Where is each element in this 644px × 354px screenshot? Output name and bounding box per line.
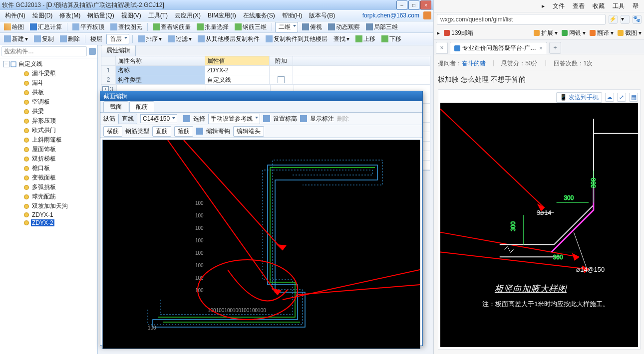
collapse-icon[interactable]: − [3,61,9,67]
menu-modify[interactable]: 修改(M) [56,11,83,20]
bt-shot[interactable]: 截图 ▾ [618,29,642,37]
tb-delete[interactable]: 删除 [58,34,82,44]
flash-icon[interactable]: ⚡ [609,15,618,24]
menu-online[interactable]: 在线服务(S) [240,11,278,20]
bt-ext[interactable]: 扩展 ▾ [534,29,558,37]
tree-item[interactable]: 欧式拱门 [0,126,97,135]
component-tree[interactable]: − 自定义线 漏斗梁壁漏斗拱板空调板拱梁异形压顶欧式拱门上斜雨篷板屋面饰板双折梯… [0,58,97,354]
tb-up[interactable]: 上移 [353,34,377,44]
section-canvas[interactable]: 100100 100100 100100 100100 100100100100… [102,140,420,349]
tree-item[interactable]: 上斜雨篷板 [0,135,97,145]
tb-copyfrom[interactable]: 从其他楼层复制构件 [196,34,262,44]
menu-rebar[interactable]: 钢筋量(Q) [84,11,117,20]
tb-viewrebar[interactable]: 查看钢筋量 [151,22,193,32]
tree-item[interactable]: 异形压顶 [0,116,97,126]
search-icon[interactable] [89,48,96,55]
tree-item[interactable]: 檐口板 [0,164,97,173]
rebar-value-input[interactable]: C14@150 [140,114,177,123]
tb-filter[interactable]: 过滤▾ [166,34,194,44]
tab-close-icon[interactable]: × [539,45,543,52]
menu-draw[interactable]: 绘图(D) [29,11,56,20]
minimize-button[interactable]: – [396,0,407,9]
view-mode-dropdown[interactable]: 二维 [275,22,298,32]
grid-row[interactable]: 2构件类型自定义线 [101,75,430,85]
bm-tool[interactable]: 工具 [610,1,628,11]
tab-rebar[interactable]: 配筋 [129,101,154,112]
bt-trans[interactable]: 翻译 ▾ [590,29,614,37]
asker-link[interactable]: 奋斗的猪 [462,60,486,67]
tb-draw[interactable]: 绘图 [2,22,26,32]
maximize-button[interactable]: □ [408,0,419,9]
hoop-button[interactable]: 箍筋 [174,126,193,137]
bt-bank[interactable]: 网银 ▾ [562,29,586,37]
tb-new[interactable]: 新建▾ [2,34,30,44]
address-bar[interactable]: wxgx.com/question/giml/list [437,14,606,25]
tree-item[interactable]: 拱梁 [0,107,97,116]
select-button[interactable]: 选择 [193,115,205,123]
delete-button[interactable]: 删除 [337,115,349,123]
cloud-icon[interactable]: ☁ [605,93,614,102]
detail-drawing[interactable]: 300 300 300 300 3⌀14 ⌀14@150 [440,103,638,347]
tb-down[interactable]: 下移 [379,34,403,44]
tree-root[interactable]: − 自定义线 [0,59,97,69]
menu-help[interactable]: 帮助(H) [279,11,306,20]
tab-property-edit[interactable]: 属性编辑 [101,45,136,56]
tree-item[interactable]: 拱板 [0,88,97,97]
chevron-down-icon[interactable]: ▾ [621,15,630,24]
browser-tab[interactable]: 专业造价问题答疑平台-广联达服 × [450,42,547,54]
tree-item[interactable]: 多弧挑板 [0,182,97,192]
tree-item[interactable]: 空调板 [0,97,97,107]
manual-refline[interactable]: 手动设置参考线 [208,114,260,124]
tb-batch[interactable]: 批量选择 [195,22,231,32]
tree-item[interactable]: 双折梯板 [0,154,97,164]
set-elev[interactable]: 设置标高 [273,115,297,123]
checkbox[interactable] [278,76,285,83]
floor-dropdown[interactable]: 首层 [106,34,129,44]
avatar-icon[interactable] [423,11,431,19]
transverse-button[interactable]: 横筋 [103,126,122,137]
tb-find[interactable]: 查找图元 [108,22,144,32]
menu-cloud[interactable]: 云应用(X) [172,11,204,20]
bt-mail[interactable]: 139邮箱 [444,29,473,37]
tb-local3d[interactable]: 局部三维 [364,22,400,32]
show-mark[interactable]: 显示标注 [310,115,334,123]
paw-icon[interactable]: 🐾 [633,15,642,24]
tb-sort[interactable]: 排序▾ [136,34,164,44]
tb-3d[interactable]: 钢筋三维 [233,22,269,32]
tb-copyto[interactable]: 复制构件到其他楼层 [264,34,329,44]
prev-tab-close[interactable]: × [436,42,448,54]
grid-row[interactable]: 1名称ZDYX-2 [101,66,430,75]
tree-item[interactable]: 双坡加加天沟 [0,201,97,211]
new-tab-button[interactable]: + [549,42,561,54]
edit-end[interactable]: 编辑端头 [233,126,264,137]
close-button[interactable]: × [420,0,431,9]
tree-item[interactable]: 漏斗 [0,78,97,88]
send-to-phone[interactable]: 📱发送到手机 [556,92,602,103]
mode-button[interactable]: 直线 [118,114,137,124]
tab-section[interactable]: 截面 [103,101,128,112]
menu-version[interactable]: 版本号(B) [306,11,338,20]
tb-sum[interactable]: 汇总计算 [28,22,64,32]
tree-item[interactable]: ZDYX-2 [0,219,97,227]
bm-file[interactable]: 文件 [550,1,568,11]
bm-help[interactable]: 帮 [630,1,642,11]
menu-tools[interactable]: 工具(T) [145,11,171,20]
tree-item[interactable]: 屋面饰板 [0,145,97,154]
menu-component[interactable]: 构件(N) [2,11,28,20]
search-input[interactable] [1,46,87,56]
expand-icon[interactable]: ⤢ [617,93,626,102]
menu-bim[interactable]: BIM应用(I) [205,11,239,20]
more-icon[interactable]: ▦ [629,93,638,102]
tb-top[interactable]: 俯视 [300,22,324,32]
tree-item[interactable]: 漏斗梁壁 [0,69,97,78]
tb-copy[interactable]: 复制 [32,34,56,44]
tree-item[interactable]: 变截面板 [0,173,97,182]
bm-fav[interactable]: 收藏 [590,1,608,11]
tree-item[interactable]: ZDYX-1 [0,211,97,219]
tree-item[interactable]: 球壳配筋 [0,192,97,201]
tb-flat[interactable]: 平齐板顶 [70,22,106,32]
tb-orbit[interactable]: 动态观察 [326,22,362,32]
user-email[interactable]: forpk.chen@163.com [362,12,419,19]
bm-view[interactable]: 查看 [570,1,588,11]
rebar-type-button[interactable]: 直筋 [152,126,171,137]
